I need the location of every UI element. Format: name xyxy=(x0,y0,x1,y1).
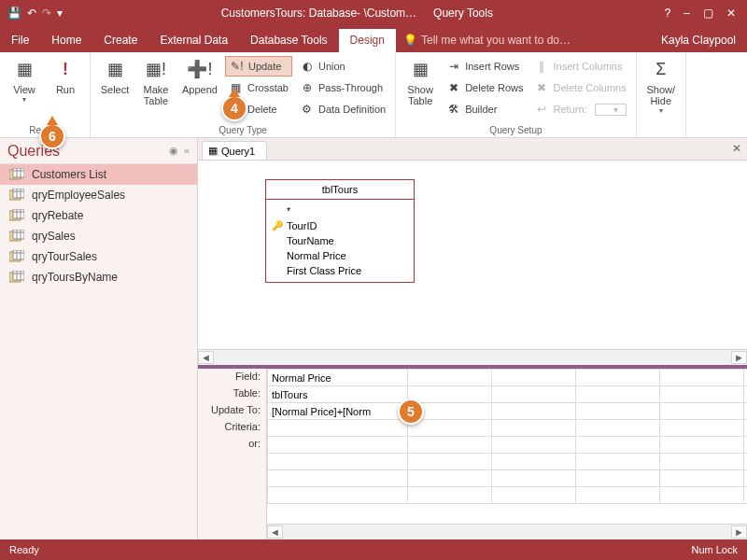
grid-cell[interactable] xyxy=(408,403,492,420)
grid-cell[interactable] xyxy=(576,454,660,470)
grid-cell[interactable] xyxy=(576,370,660,386)
grid-hscroll-right[interactable]: ► xyxy=(731,525,747,539)
redo-icon[interactable]: ↷ xyxy=(42,7,51,20)
grid-cell[interactable] xyxy=(744,386,748,403)
tell-me-search[interactable]: 💡 Tell me what you want to do… xyxy=(396,28,650,52)
delete-columns-button[interactable]: ✖Delete Columns xyxy=(530,77,629,98)
show-hide-button[interactable]: ΣShow/ Hide▾ xyxy=(642,54,680,117)
grid-cell[interactable] xyxy=(660,386,744,403)
passthrough-button[interactable]: ⊕Pass-Through xyxy=(296,77,389,98)
close-button[interactable]: ✕ xyxy=(726,7,736,20)
field-star[interactable]: * xyxy=(272,203,408,218)
grid-cell[interactable] xyxy=(660,487,744,504)
hscroll-left[interactable]: ◄ xyxy=(198,351,214,364)
grid-cell[interactable] xyxy=(660,403,744,420)
qat-more-icon[interactable]: ▾ xyxy=(57,7,63,20)
nav-collapse-icon[interactable]: « xyxy=(184,145,190,157)
grid-cell[interactable] xyxy=(268,487,408,504)
undo-icon[interactable]: ↶ xyxy=(27,7,36,20)
view-button[interactable]: ▦ View ▾ xyxy=(6,54,43,105)
grid-cell[interactable] xyxy=(744,370,748,386)
grid-cell[interactable] xyxy=(660,454,744,470)
union-button[interactable]: ◐Union xyxy=(296,56,389,77)
help-button[interactable]: ? xyxy=(665,7,671,20)
datadef-button[interactable]: ⚙Data Definition xyxy=(296,99,389,119)
select-query-button[interactable]: ▦Select xyxy=(96,54,134,97)
tab-external-data[interactable]: External Data xyxy=(148,29,239,52)
grid-cell[interactable]: tblTours xyxy=(268,386,408,403)
nav-item[interactable]: Customers List xyxy=(0,164,197,185)
delete-rows-button[interactable]: ✖Delete Rows xyxy=(443,77,527,98)
tab-database-tools[interactable]: Database Tools xyxy=(239,29,339,52)
grid-cell[interactable] xyxy=(576,487,660,504)
field-item[interactable]: First Class Price xyxy=(272,263,408,278)
grid-cell[interactable] xyxy=(660,370,744,386)
nav-header[interactable]: Queries xyxy=(7,143,60,160)
grid-cell[interactable] xyxy=(576,437,660,454)
nav-item[interactable]: qrySales xyxy=(0,226,197,246)
tab-create[interactable]: Create xyxy=(92,29,148,52)
grid-cell[interactable]: [Normal Price]+[Norm xyxy=(268,403,408,420)
field-item[interactable]: Normal Price xyxy=(272,248,408,263)
grid-cell[interactable] xyxy=(744,487,748,504)
grid-cell[interactable] xyxy=(744,420,748,437)
grid-cell[interactable] xyxy=(576,386,660,403)
grid-cell[interactable] xyxy=(408,437,492,454)
grid-cell[interactable] xyxy=(408,386,492,403)
grid-cell[interactable] xyxy=(660,437,744,454)
grid-cell[interactable] xyxy=(744,470,748,487)
grid-cell[interactable] xyxy=(408,420,492,437)
grid-cell[interactable] xyxy=(492,437,576,454)
minimize-button[interactable]: – xyxy=(684,7,690,20)
insert-columns-button[interactable]: ‖Insert Columns xyxy=(530,56,629,77)
tab-home[interactable]: Home xyxy=(40,29,92,52)
insert-rows-button[interactable]: ⇥Insert Rows xyxy=(443,56,527,77)
grid-cell[interactable] xyxy=(660,420,744,437)
run-button[interactable]: ! Run xyxy=(47,54,84,97)
doc-tab-query1[interactable]: ▦ Query1 xyxy=(202,141,267,160)
nav-item[interactable]: qryTourSales xyxy=(0,246,197,267)
grid-cell[interactable] xyxy=(492,470,576,487)
nav-item[interactable]: qryRebate xyxy=(0,205,197,226)
doc-close-button[interactable]: ✕ xyxy=(732,142,741,155)
maximize-button[interactable]: ▢ xyxy=(703,7,713,20)
make-table-button[interactable]: ▦!Make Table xyxy=(137,54,175,108)
grid-hscroll-left[interactable]: ◄ xyxy=(267,525,283,539)
grid-cell[interactable] xyxy=(268,437,408,454)
builder-button[interactable]: 🛠Builder xyxy=(443,99,527,119)
nav-filter-icon[interactable]: ◉ xyxy=(169,145,178,157)
grid-cell[interactable] xyxy=(492,487,576,504)
delete-query-button[interactable]: ✖!Delete xyxy=(225,99,292,119)
grid-cell[interactable]: Normal Price xyxy=(268,370,408,386)
update-query-button[interactable]: ✎!Update xyxy=(225,56,292,77)
grid-cell[interactable] xyxy=(408,454,492,470)
tab-design[interactable]: Design xyxy=(339,29,396,52)
append-button[interactable]: ➕!Append xyxy=(178,54,221,97)
grid-cell[interactable] xyxy=(408,470,492,487)
grid-cell[interactable] xyxy=(492,420,576,437)
user-name[interactable]: Kayla Claypool xyxy=(650,28,747,52)
grid-cell[interactable] xyxy=(660,470,744,487)
save-icon[interactable]: 💾 xyxy=(7,7,21,20)
grid-cell[interactable] xyxy=(408,370,492,386)
return-button[interactable]: ↩Return: ▾ xyxy=(530,99,629,119)
table-fieldlist[interactable]: tblTours * TourIDTourNameNormal PriceFir… xyxy=(265,179,415,283)
grid-cell[interactable] xyxy=(744,454,748,470)
grid-cell[interactable] xyxy=(268,470,408,487)
grid-cell[interactable] xyxy=(576,403,660,420)
grid-cell[interactable] xyxy=(268,454,408,470)
query-design-upper[interactable]: tblTours * TourIDTourNameNormal PriceFir… xyxy=(198,161,747,369)
grid-cell[interactable] xyxy=(408,487,492,504)
grid-cell[interactable] xyxy=(492,386,576,403)
field-item[interactable]: TourName xyxy=(272,233,408,248)
grid-cell[interactable] xyxy=(576,420,660,437)
crosstab-button[interactable]: ▦Crosstab xyxy=(225,77,292,98)
field-item[interactable]: TourID xyxy=(272,218,408,233)
grid-cell[interactable] xyxy=(492,403,576,420)
nav-item[interactable]: qryEmployeeSales xyxy=(0,185,197,205)
grid-cell[interactable] xyxy=(744,403,748,420)
show-table-button[interactable]: ▦Show Table xyxy=(402,54,439,108)
tab-file[interactable]: File xyxy=(0,29,40,52)
grid-cell[interactable] xyxy=(492,454,576,470)
grid-cell[interactable] xyxy=(268,420,408,437)
